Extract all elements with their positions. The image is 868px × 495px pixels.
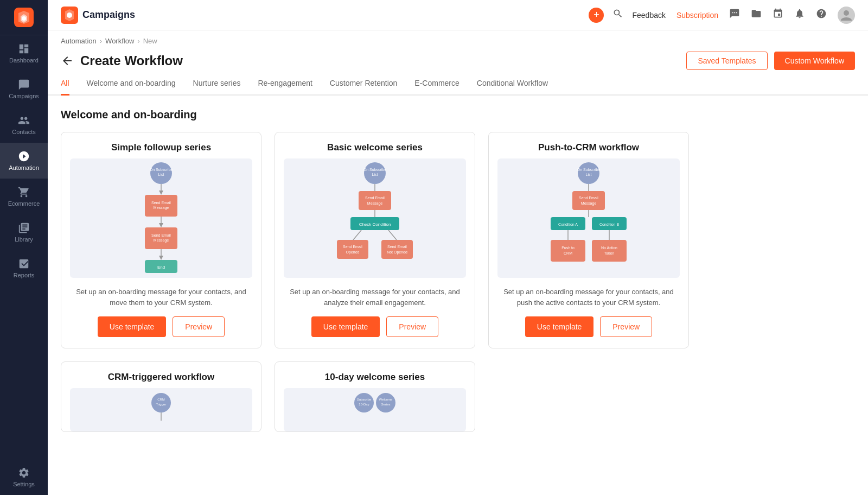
subscription-link[interactable]: Subscription (676, 11, 718, 20)
svg-text:Send Email: Send Email (579, 196, 598, 200)
folder-icon[interactable] (751, 8, 762, 22)
card-5-title: 10-day welcome series (275, 362, 475, 388)
breadcrumb-current: New (143, 37, 157, 45)
calendar-icon[interactable] (773, 8, 783, 22)
breadcrumb: Automation › Workflow › New (48, 30, 868, 45)
svg-rect-34 (337, 240, 368, 259)
svg-text:End: End (157, 265, 165, 270)
tab-all[interactable]: All (61, 79, 69, 96)
card-1-actions: Use template Preview (61, 316, 261, 348)
topnav: Campaigns + Feedback Subscription (48, 0, 868, 30)
card-3-preview-button[interactable]: Preview (600, 316, 652, 337)
svg-text:Taken: Taken (604, 251, 615, 255)
svg-text:Trigger: Trigger (156, 403, 167, 406)
sidebar-item-settings[interactable]: Settings (13, 459, 35, 495)
svg-rect-37 (381, 240, 413, 259)
tab-welcome[interactable]: Welcome and on-boarding (87, 79, 176, 96)
user-avatar[interactable] (838, 7, 855, 24)
card-2-desc: Set up an on-boarding message for your c… (275, 278, 475, 316)
feedback-link[interactable]: Feedback (632, 11, 665, 20)
sidebar-item-ecommerce[interactable]: Ecommerce (0, 179, 48, 214)
cards-grid-row2: CRM-triggered workflow CRM Trigger 10-da… (61, 361, 855, 432)
tab-retention[interactable]: Customer Retention (330, 79, 398, 96)
card-3-title: Push-to-CRM workflow (489, 132, 688, 158)
svg-text:Opened: Opened (346, 250, 360, 255)
card-2-actions: Use template Preview (275, 316, 475, 348)
section-title: Welcome and on-boarding (61, 109, 855, 121)
sidebar-item-dashboard[interactable]: Dashboard (0, 35, 48, 71)
sidebar-item-campaigns[interactable]: Campaigns (0, 71, 48, 107)
card-2-title: Basic welcome series (275, 132, 475, 158)
card-1-title: Simple followup series (61, 132, 261, 158)
tab-nurture[interactable]: Nurture series (193, 79, 241, 96)
card-4-title: CRM-triggered workflow (61, 362, 261, 388)
svg-rect-54 (551, 240, 585, 262)
custom-workflow-button[interactable]: Custom Workflow (774, 52, 855, 70)
main-area: Campaigns + Feedback Subscription (48, 0, 868, 495)
svg-text:On Subscribe: On Subscribe (150, 168, 173, 172)
svg-point-3 (67, 12, 72, 18)
svg-text:CRM: CRM (157, 398, 165, 401)
svg-text:On Subscribe: On Subscribe (577, 168, 601, 172)
svg-text:Subscribe: Subscribe (357, 398, 372, 401)
card-3-diagram: On Subscribe List Send Email Message (497, 158, 680, 278)
page-header-right: Saved Templates Custom Workflow (686, 52, 855, 70)
sidebar-item-library[interactable]: Library (0, 214, 48, 250)
sidebar-item-reports[interactable]: Reports (0, 250, 48, 286)
back-button[interactable] (61, 54, 74, 67)
breadcrumb-automation[interactable]: Automation (61, 37, 97, 45)
page-header-left: Create Workflow (61, 53, 183, 68)
breadcrumb-sep-2: › (137, 37, 139, 45)
breadcrumb-workflow[interactable]: Workflow (105, 37, 134, 45)
card-4-diagram: CRM Trigger (70, 388, 252, 431)
sidebar-item-contacts[interactable]: Contacts (0, 107, 48, 143)
card-basic-welcome: Basic welcome series On Subscribe List S… (275, 132, 475, 348)
tab-ecommerce[interactable]: E-Commerce (414, 79, 459, 96)
svg-text:On Subscribe: On Subscribe (363, 168, 387, 172)
messages-icon[interactable] (729, 8, 740, 22)
cards-grid: Simple followup series On Subscribe List (61, 132, 855, 348)
svg-rect-57 (592, 240, 627, 262)
svg-text:Check Condition: Check Condition (359, 222, 391, 227)
card-3-actions: Use template Preview (489, 316, 688, 348)
svg-text:List: List (158, 173, 164, 176)
card-2-use-template-button[interactable]: Use template (311, 316, 380, 337)
svg-text:Condition B: Condition B (599, 223, 620, 226)
svg-text:Welcome: Welcome (379, 398, 393, 401)
add-new-button[interactable]: + (589, 8, 604, 23)
card-1-preview-button[interactable]: Preview (173, 316, 225, 337)
card-10day-welcome: 10-day welcome series Subscribe 10-Day W… (275, 361, 475, 432)
card-1-use-template-button[interactable]: Use template (98, 316, 166, 337)
card-crm-triggered: CRM-triggered workflow CRM Trigger (61, 361, 261, 432)
svg-marker-14 (159, 223, 163, 227)
svg-text:No Action: No Action (601, 246, 617, 250)
svg-point-1 (22, 16, 26, 21)
svg-marker-19 (159, 256, 163, 260)
saved-templates-button[interactable]: Saved Templates (686, 52, 767, 70)
svg-point-4 (844, 10, 849, 16)
sidebar-item-settings-label: Settings (13, 481, 35, 487)
tab-conditional[interactable]: Conditional Workflow (477, 79, 548, 96)
sidebar-item-automation[interactable]: Automation (0, 143, 48, 179)
sidebar-bottom: Settings (13, 459, 35, 495)
card-1-desc: Set up an on-boarding message for your c… (61, 278, 261, 316)
svg-text:Message: Message (154, 206, 169, 210)
tab-reengagement[interactable]: Re-engagement (258, 79, 312, 96)
svg-line-32 (353, 230, 361, 240)
svg-text:Push to: Push to (561, 246, 575, 250)
card-2-preview-button[interactable]: Preview (386, 316, 438, 337)
sidebar: Dashboard Campaigns Contacts Automation … (0, 0, 48, 495)
svg-line-33 (388, 230, 397, 240)
help-icon[interactable] (816, 8, 827, 22)
search-button[interactable] (612, 8, 623, 22)
page-title: Create Workflow (80, 53, 183, 68)
card-2-diagram: On Subscribe List Send Email Message (284, 158, 466, 278)
svg-text:Not Opened: Not Opened (387, 250, 407, 255)
card-simple-followup: Simple followup series On Subscribe List (61, 132, 261, 348)
content-area: Automation › Workflow › New Create Workf… (48, 30, 868, 495)
svg-rect-44 (572, 191, 605, 210)
svg-text:Send Email: Send Email (151, 201, 171, 205)
bell-icon[interactable] (794, 8, 805, 22)
card-3-use-template-button[interactable]: Use template (525, 316, 593, 337)
svg-text:Message: Message (581, 201, 597, 206)
